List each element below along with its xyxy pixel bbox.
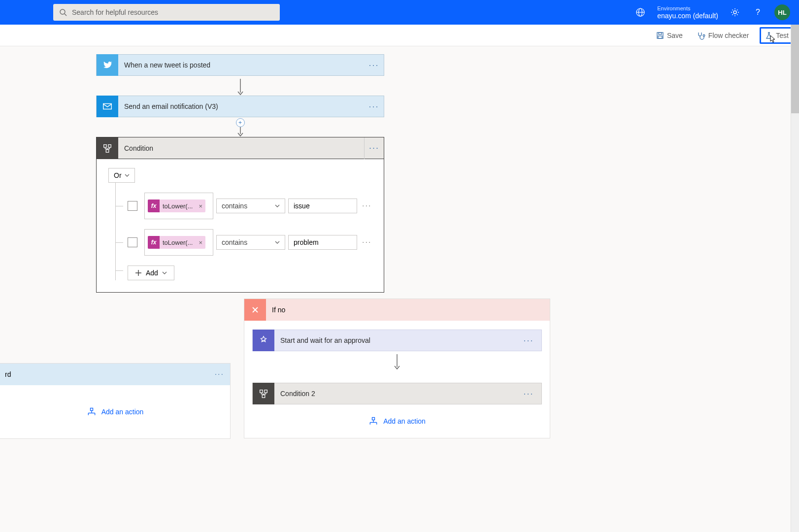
search-placeholder: Search for helpful resources	[72, 8, 158, 16]
svg-rect-15	[108, 144, 111, 147]
svg-rect-16	[106, 149, 109, 152]
topbar-right: Environments enayu.com (default) ? HL	[634, 4, 790, 20]
group-operator-select[interactable]: Or	[108, 168, 135, 183]
remove-expression[interactable]: ×	[196, 202, 205, 210]
truncated-step[interactable]: rd ···	[0, 364, 230, 385]
step-menu[interactable]: ···	[364, 137, 384, 159]
value-input[interactable]: problem	[288, 235, 357, 250]
add-action-icon	[87, 407, 97, 417]
chevron-down-icon	[275, 241, 280, 244]
svg-rect-25	[372, 418, 375, 420]
flow-arrow: +	[96, 117, 384, 137]
step-menu[interactable]: ···	[364, 60, 384, 70]
value-input[interactable]: issue	[288, 199, 357, 213]
condition-icon	[253, 383, 274, 404]
mail-icon	[97, 96, 118, 117]
flow-arrow	[96, 76, 384, 96]
environment-label: Environments	[657, 5, 718, 12]
search-icon	[59, 8, 67, 16]
svg-rect-9	[658, 36, 662, 38]
add-step-button[interactable]: +	[236, 118, 245, 127]
fx-icon: fx	[148, 236, 160, 249]
add-action-icon	[368, 416, 378, 426]
svg-line-1	[65, 14, 67, 16]
cursor-icon	[768, 34, 776, 43]
fx-icon: fx	[148, 200, 160, 212]
add-row: Add	[116, 261, 372, 280]
condition-card: Condition ··· Or fx toLower(... ×	[96, 137, 384, 293]
top-bar: Search for helpful resources Environment…	[0, 0, 799, 25]
flow-canvas: When a new tweet is posted ··· Send an e…	[0, 46, 799, 532]
svg-point-0	[60, 9, 65, 14]
add-action-button[interactable]: Add an action	[244, 404, 550, 438]
svg-rect-23	[265, 390, 267, 393]
step-menu[interactable]: ···	[519, 389, 538, 399]
add-condition-button[interactable]: Add	[128, 266, 174, 280]
avatar[interactable]: HL	[774, 4, 790, 20]
environment-block[interactable]: Environments enayu.com (default)	[657, 5, 718, 20]
svg-point-10	[703, 34, 705, 36]
step-menu[interactable]: ···	[519, 335, 538, 346]
mail-step[interactable]: Send an email notification (V3) ···	[96, 96, 384, 117]
expression-field[interactable]: fx toLower(... ×	[144, 193, 213, 219]
svg-rect-14	[104, 144, 107, 147]
row-menu[interactable]: ···	[362, 201, 371, 210]
add-action-button[interactable]: Add an action	[0, 385, 230, 438]
condition-row: fx toLower(... × contains issue ···	[116, 188, 372, 224]
save-icon	[656, 32, 664, 39]
test-button[interactable]: Test	[760, 27, 794, 44]
svg-rect-30	[90, 408, 93, 411]
x-icon	[244, 299, 266, 321]
svg-rect-22	[260, 390, 263, 393]
row-checkbox[interactable]	[128, 237, 137, 247]
chevron-down-icon	[162, 271, 167, 274]
stethoscope-icon	[697, 31, 705, 40]
condition-row: fx toLower(... × contains problem ···	[116, 224, 372, 261]
svg-rect-12	[103, 104, 112, 109]
svg-text:?: ?	[756, 8, 760, 16]
remove-expression[interactable]: ×	[196, 239, 205, 246]
if-no-header[interactable]: If no	[244, 299, 550, 321]
svg-point-5	[733, 11, 736, 14]
environments-icon[interactable]	[634, 6, 646, 18]
operator-select[interactable]: contains	[216, 199, 285, 213]
action-bar: Save Flow checker Test	[0, 25, 799, 46]
plus-icon	[135, 269, 142, 276]
step-menu[interactable]: ···	[364, 101, 384, 112]
flow-arrow	[244, 351, 550, 374]
step-menu[interactable]: ···	[215, 370, 224, 379]
expression-field[interactable]: fx toLower(... ×	[144, 229, 213, 256]
chevron-down-icon	[125, 174, 130, 177]
condition-icon	[97, 137, 118, 159]
flow-checker-button[interactable]: Flow checker	[694, 29, 752, 42]
twitter-icon	[97, 54, 118, 76]
search-input[interactable]: Search for helpful resources	[53, 4, 280, 21]
operator-select[interactable]: contains	[216, 235, 285, 250]
save-button[interactable]: Save	[653, 30, 686, 41]
scrollbar-thumb[interactable]	[791, 25, 799, 113]
environment-name: enayu.com (default)	[657, 12, 718, 20]
chevron-down-icon	[275, 204, 280, 207]
trigger-step[interactable]: When a new tweet is posted ···	[96, 54, 384, 76]
approval-icon	[253, 330, 274, 351]
condition2-step[interactable]: Condition 2 ···	[252, 383, 542, 404]
help-icon[interactable]: ?	[752, 6, 764, 18]
row-checkbox[interactable]	[128, 201, 137, 211]
if-yes-branch: rd ··· Add an action	[0, 363, 231, 439]
approval-step[interactable]: Start and wait for an approval ···	[252, 330, 542, 351]
if-no-branch: If no Start and wait for an approval ···	[244, 299, 550, 438]
scrollbar[interactable]	[791, 25, 799, 532]
svg-rect-24	[262, 395, 265, 398]
settings-icon[interactable]	[729, 6, 741, 18]
svg-rect-8	[659, 33, 662, 34]
row-menu[interactable]: ···	[362, 238, 371, 247]
condition-header[interactable]: Condition ···	[97, 137, 384, 159]
